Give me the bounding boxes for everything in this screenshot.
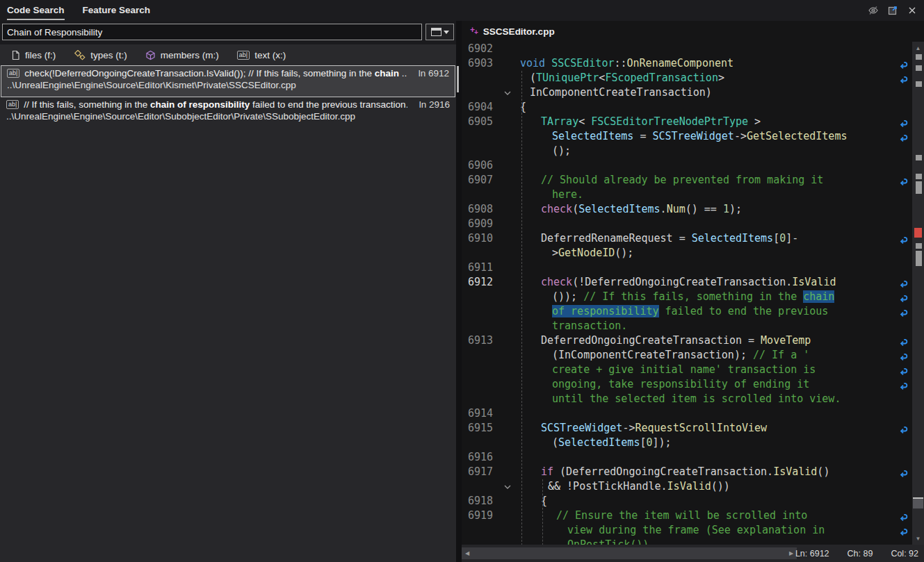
fold-margin [501,217,514,231]
code-line[interactable]: 6902 [462,42,912,56]
result-item[interactable]: ab|check(!DeferredOngoingCreateTransacti… [1,65,455,97]
fold-chevron-icon[interactable] [501,85,514,100]
code-text: (TUniquePtr<FScopedTransaction> [514,71,895,85]
code-line[interactable]: 6904{ [462,100,912,115]
code-line[interactable]: (TUniquePtr<FScopedTransaction> [462,71,912,85]
code-line[interactable]: until the selected item is scrolled into… [462,392,912,406]
filter-members-button[interactable]: members (m:) [145,50,219,60]
code-line[interactable]: 6903void SSCSEditor::OnRenameComponent [462,56,912,71]
top-tab-strip: Code Search Feature Search [0,0,924,22]
code-line[interactable]: 6911 [462,261,912,275]
code-preview-editor: ++ SSCSEditor.cpp 69026903void SSCSEdito… [462,21,924,562]
indent-guide [521,71,522,545]
fold-margin [501,158,514,173]
fold-chevron-icon[interactable] [501,479,514,494]
code-line[interactable]: view during the frame (See explanation i… [462,523,912,538]
scroll-left-arrow-icon[interactable]: ◀ [462,547,472,559]
code-line[interactable]: 6917if (DeferredOngoingCreateTransaction… [462,465,912,479]
code-line[interactable]: SelectedItems = SCSTreeWidget->GetSelect… [462,129,912,144]
result-line-number: ln 6912 [419,68,449,78]
window-controls [867,4,918,17]
code-text: // Ensure the item will be scrolled into [514,509,895,523]
code-line[interactable]: 6915SCSTreeWidget->RequestScrollIntoView [462,421,912,436]
line-number: 6912 [462,275,496,290]
code-line[interactable]: create + give initial name' transaction … [462,363,912,377]
code-text: && !PostTickHandle.IsValid()) [514,479,895,494]
code-line[interactable]: transaction. [462,319,912,333]
code-line[interactable]: 6912check(!DeferredOngoingCreateTransact… [462,275,912,290]
filter-types-button[interactable]: types (t:) [74,50,127,60]
code-line[interactable]: 6907// Should already be prevented from … [462,173,912,188]
scrollbar-mark [916,174,922,179]
code-line[interactable]: OnPostTick()). [462,538,912,545]
line-number: 6916 [462,450,496,465]
search-options-button[interactable] [425,24,454,40]
filter-files-button[interactable]: files (f:) [11,50,56,60]
line-number: 6915 [462,421,496,436]
popout-icon[interactable] [886,4,899,17]
status-col: Col: 92 [891,549,918,559]
code-text: check(SelectedItems.Num() == 1); [514,202,895,217]
class-icon [74,50,86,60]
code-line[interactable]: InComponentCreateTransaction) [462,85,912,100]
filter-text-button[interactable]: ab| text (x:) [237,50,286,60]
eye-slash-icon[interactable] [867,4,880,17]
fold-margin [501,348,514,363]
window-glyph-icon [431,28,441,36]
fold-margin [501,523,514,538]
code-text: check(!DeferredOngoingCreateTransaction.… [514,275,895,290]
fold-margin [501,494,514,509]
code-text: { [514,100,895,115]
scroll-up-arrow-icon[interactable]: ▲ [912,43,924,53]
line-number: 6909 [462,217,496,231]
code-line[interactable]: ()); // If this fails, something in the … [462,290,912,304]
line-number: 6918 [462,494,496,509]
vertical-scrollbar[interactable]: ▲ ▼ [912,42,924,545]
code-text: until the selected item is scrolled into… [514,392,895,406]
code-line[interactable]: 6913DeferredOngoingCreateTransaction = M… [462,333,912,348]
text-match-icon: ab| [6,100,19,109]
code-line[interactable]: 6919// Ensure the item will be scrolled … [462,509,912,523]
fold-margin [501,173,514,188]
code-line[interactable]: of responsibility failed to end the prev… [462,304,912,319]
code-line[interactable]: 6909 [462,217,912,231]
scroll-down-arrow-icon[interactable]: ▼ [912,534,924,543]
code-line[interactable]: 6906 [462,158,912,173]
code-text: (InComponentCreateTransaction); // If a … [514,348,895,363]
code-line[interactable]: (InComponentCreateTransaction); // If a … [462,348,912,363]
code-line[interactable]: ongoing, take responsibility of ending i… [462,377,912,392]
search-input[interactable] [2,24,422,40]
result-item[interactable]: ab|// If this fails, something in the ch… [1,97,455,129]
horizontal-scrollbar[interactable]: ◀ ▶ [462,547,797,559]
fold-margin [501,304,514,319]
code-line[interactable]: (); [462,144,912,158]
code-line[interactable]: 6914 [462,406,912,421]
close-icon[interactable] [906,4,918,17]
code-line[interactable]: 6905TArray< FSCSEditorTreeNodePtrType > [462,115,912,129]
panel-splitter[interactable] [456,21,462,562]
tab-code-search[interactable]: Code Search [7,0,65,21]
code-line[interactable]: 6908check(SelectedItems.Num() == 1); [462,202,912,217]
code-text: void SSCSEditor::OnRenameComponent [514,56,895,71]
code-area[interactable]: 69026903void SSCSEditor::OnRenameCompone… [462,42,912,545]
chevron-down-icon [444,31,449,34]
search-panel: files (f:) types (t:) members (m:) ab| [0,21,456,562]
tab-feature-search[interactable]: Feature Search [83,0,151,21]
vertical-scrollbar-thumb[interactable] [913,497,923,509]
code-line[interactable]: here. [462,188,912,202]
code-text: if (DeferredOngoingCreateTransaction.IsV… [514,465,895,479]
fold-margin [501,450,514,465]
line-number: 6913 [462,333,496,348]
editor-file-title: SSCSEditor.cpp [483,26,555,37]
code-line[interactable]: 6916 [462,450,912,465]
fold-margin [501,246,514,261]
result-match-text: check(!DeferredOngoingCreateTransaction.… [24,68,406,78]
code-line[interactable]: 6910DeferredRenameRequest = SelectedItem… [462,231,912,246]
code-line[interactable]: (SelectedItems[0]); [462,436,912,450]
code-line[interactable]: >GetNodeID(); [462,246,912,261]
results-scrollbar-thumb[interactable] [457,66,459,92]
fold-margin [501,406,514,421]
code-line[interactable]: 6918{ [462,494,912,509]
code-line[interactable]: && !PostTickHandle.IsValid()) [462,479,912,494]
scrollbar-error-mark [914,228,922,238]
